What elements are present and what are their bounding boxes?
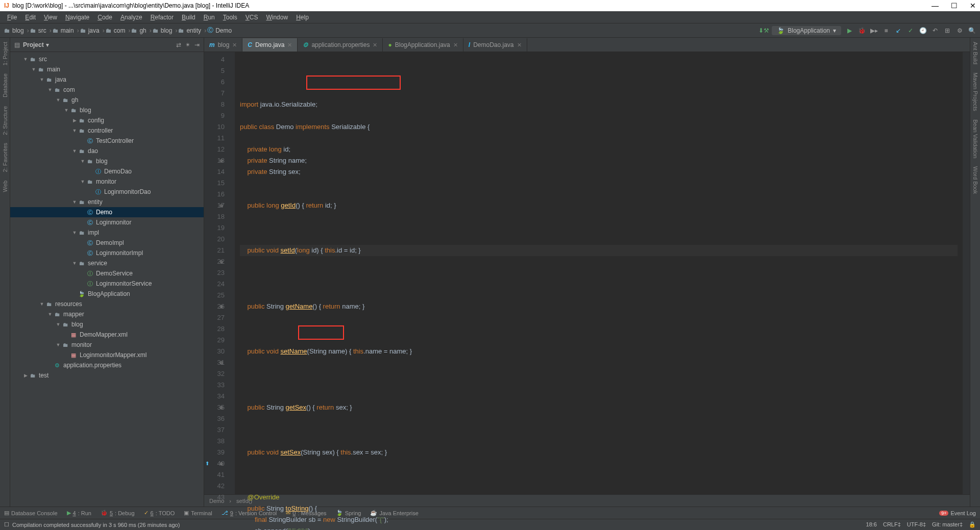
bottom-tool-debug[interactable]: 🐞5: Debug — [101, 510, 135, 516]
tab-demojava[interactable]: CDemo.java✕ — [242, 38, 298, 52]
bottom-tool-todo[interactable]: ✓6: TODO — [144, 510, 175, 516]
tree-item-resources[interactable]: ▼🖿resources — [10, 299, 204, 309]
left-tool-database[interactable]: Database — [2, 71, 8, 99]
tree-item-monitor[interactable]: ▼🖿monitor — [10, 340, 204, 350]
tree-item-monitor[interactable]: ▼🖿monitor — [10, 176, 204, 187]
revert-icon[interactable]: ↶ — [931, 27, 939, 35]
menu-code[interactable]: Code — [94, 13, 115, 22]
hide-panel-icon[interactable]: ⇥ — [194, 41, 200, 48]
error-marker-strip[interactable] — [963, 52, 970, 494]
tree-item-loginmonitor[interactable]: ⒸLoginmonitor — [10, 217, 204, 228]
breadcrumb-blog[interactable]: 🖿 blog — [153, 27, 173, 34]
tree-item-demodao[interactable]: ⒾDemoDao — [10, 166, 204, 176]
breadcrumb-blog[interactable]: 🖿 blog — [4, 27, 24, 34]
tree-item-config[interactable]: ▶🖿config — [10, 115, 204, 125]
menu-navigate[interactable]: Navigate — [62, 13, 92, 22]
breadcrumb-java[interactable]: 🖿 java — [80, 27, 100, 34]
right-tool-wordbook[interactable]: Word Book — [972, 164, 978, 196]
close-button[interactable]: ✕ — [970, 2, 976, 10]
tree-item-mapper[interactable]: ▼🖿mapper — [10, 309, 204, 319]
tree-item-controller[interactable]: ▼🖿controller — [10, 125, 204, 136]
tree-item-demo[interactable]: ⒸDemo — [10, 207, 204, 217]
menu-refactor[interactable]: Refactor — [148, 13, 177, 22]
bottom-tool-run[interactable]: ▶4: Run — [67, 510, 91, 516]
tree-item-entity[interactable]: ▼🖿entity — [10, 197, 204, 207]
tree-item-test[interactable]: ▶🖿test — [10, 370, 204, 381]
menu-analyze[interactable]: Analyze — [117, 13, 145, 22]
menu-tools[interactable]: Tools — [220, 13, 240, 22]
tree-item-demoservice[interactable]: ⒾDemoService — [10, 268, 204, 279]
menu-help[interactable]: Help — [293, 13, 312, 22]
right-tool-beanvalidation[interactable]: Bean Validation — [972, 117, 978, 160]
debug-button[interactable]: 🐞 — [857, 27, 866, 35]
left-tool-project[interactable]: 1: Project — [2, 40, 8, 67]
tree-item-applicationproperties[interactable]: ⚙application.properties — [10, 360, 204, 370]
tree-item-demoimpl[interactable]: ⒸDemoImpl — [10, 238, 204, 248]
tab-blog[interactable]: mblog✕ — [204, 38, 242, 52]
tab-demodaojava[interactable]: IDemoDao.java✕ — [463, 38, 527, 52]
tree-item-com[interactable]: ▼🖿com — [10, 85, 204, 95]
menu-build[interactable]: Build — [179, 13, 199, 22]
close-tab-icon[interactable]: ✕ — [453, 42, 458, 48]
commit-icon[interactable]: ✓ — [906, 27, 915, 35]
tree-item-loginmonitorimpl[interactable]: ⒸLoginmonitorImpl — [10, 248, 204, 258]
tree-item-loginmonitormapperxml[interactable]: ▦LoginmonitorMapper.xml — [10, 350, 204, 360]
tree-item-blog[interactable]: ▼🖿blog — [10, 105, 204, 115]
project-view-dropdown[interactable]: ▾ — [46, 41, 49, 48]
close-tab-icon[interactable]: ✕ — [232, 42, 237, 48]
tree-item-src[interactable]: ▼🖿src — [10, 54, 204, 64]
left-tool-favorites[interactable]: 2: Favorites — [2, 141, 8, 174]
tree-item-impl[interactable]: ▼🖿impl — [10, 228, 204, 238]
stop-button[interactable]: ■ — [882, 27, 890, 35]
tree-item-loginmonitordao[interactable]: ⒾLoginmonitorDao — [10, 187, 204, 197]
tree-item-dao[interactable]: ▼🖿dao — [10, 146, 204, 156]
tab-applicationproperties[interactable]: ⚙application.properties✕ — [298, 38, 383, 52]
left-tool-web[interactable]: Web — [2, 179, 8, 194]
menu-window[interactable]: Window — [263, 13, 291, 22]
tree-item-loginmonitorservice[interactable]: ⒾLoginmonitorService — [10, 279, 204, 289]
tree-item-gh[interactable]: ▼🖿gh — [10, 95, 204, 105]
history-icon[interactable]: 🕘 — [919, 27, 927, 35]
project-tree[interactable]: ▼🖿src▼🖿main▼🖿java▼🖿com▼🖿gh▼🖿blog▶🖿config… — [10, 52, 204, 507]
breadcrumb-Demo[interactable]: Ⓒ Demo — [207, 26, 232, 35]
tree-item-blog[interactable]: ▼🖿blog — [10, 319, 204, 330]
breadcrumb-main[interactable]: 🖿 main — [53, 27, 74, 34]
menu-run[interactable]: Run — [201, 13, 218, 22]
tree-item-java[interactable]: ▼🖿java — [10, 74, 204, 85]
run-coverage-button[interactable]: ▶▸ — [870, 27, 878, 35]
breadcrumb-com[interactable]: 🖿 com — [106, 27, 126, 34]
left-tool-structure[interactable]: 2: Structure — [2, 104, 8, 137]
tree-item-blog[interactable]: ▼🖿blog — [10, 156, 204, 166]
maximize-button[interactable]: ☐ — [951, 2, 958, 10]
tree-item-main[interactable]: ▼🖿main — [10, 64, 204, 74]
bottom-tool-terminal[interactable]: ▣Terminal — [184, 510, 212, 516]
menu-vcs[interactable]: VCS — [242, 13, 261, 22]
tree-item-service[interactable]: ▼🖿service — [10, 258, 204, 268]
settings-icon[interactable]: ⚙ — [955, 27, 964, 35]
code-editor[interactable]: import java.io.Serializable;public class… — [235, 52, 963, 494]
minimize-button[interactable]: — — [932, 2, 939, 10]
tree-item-demomapperxml[interactable]: ▦DemoMapper.xml — [10, 330, 204, 340]
breadcrumb-entity[interactable]: 🖿 entity — [178, 27, 201, 34]
lock-icon[interactable]: 🔒 — [969, 521, 976, 528]
build-icon[interactable]: ⬇⚒ — [760, 27, 768, 35]
run-button[interactable]: ▶ — [845, 27, 853, 35]
menu-file[interactable]: File — [4, 13, 20, 22]
tree-item-blogapplication[interactable]: 🍃BlogApplication — [10, 289, 204, 299]
breadcrumb-gh[interactable]: 🖿 gh — [131, 27, 146, 34]
panel-settings-icon[interactable]: ✴ — [185, 41, 190, 48]
close-tab-icon[interactable]: ✕ — [287, 42, 292, 48]
collapse-all-icon[interactable]: ⇄ — [176, 41, 181, 48]
structure-icon[interactable]: ⊞ — [943, 27, 951, 35]
right-tool-antbuild[interactable]: Ant Build — [972, 40, 978, 66]
close-tab-icon[interactable]: ✕ — [373, 42, 377, 48]
menu-view[interactable]: View — [41, 13, 60, 22]
run-configuration-dropdown[interactable]: 🍃 BlogApplication ▾ — [772, 26, 841, 35]
search-everywhere-icon[interactable]: 🔍 — [968, 27, 976, 35]
menu-edit[interactable]: Edit — [22, 13, 39, 22]
breadcrumb-src[interactable]: 🖿 src — [30, 27, 46, 34]
update-vcs-icon[interactable]: ↙ — [894, 27, 902, 35]
bottom-tool-databaseconsole[interactable]: ▤Database Console — [4, 510, 58, 516]
line-number-gutter[interactable]: 45678910111213⊕14151617⊕1819202122⊕23242… — [204, 52, 235, 494]
right-tool-mavenprojects[interactable]: Maven Projects — [972, 70, 978, 113]
